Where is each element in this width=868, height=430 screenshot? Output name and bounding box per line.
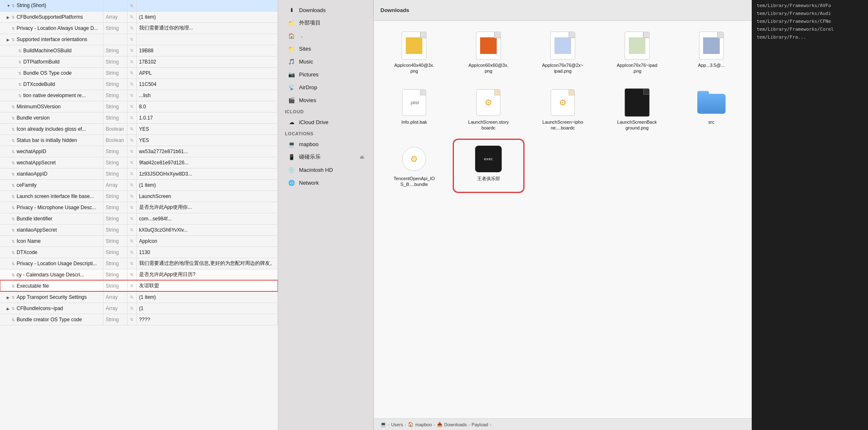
stepper[interactable]: ⇅ xyxy=(12,239,15,244)
plist-row[interactable]: ⇅cy - Calendars Usage Descri...String⇅是否… xyxy=(0,269,278,280)
plist-stepper-col[interactable]: ⇅ xyxy=(128,67,137,78)
file-item[interactable]: App...3.5@... xyxy=(677,27,745,78)
file-item[interactable]: ⚙LaunchScreen.storyboardc xyxy=(455,84,522,134)
stepper[interactable]: ⇅ xyxy=(12,116,15,120)
path-item[interactable]: tem/Library/Frameworks/Corel xyxy=(752,25,868,33)
plist-row[interactable]: ⇅Executable fileString⇅友谊联盟 xyxy=(0,280,278,291)
plist-stepper-col[interactable]: ⇅ xyxy=(128,202,137,213)
stepper[interactable]: ⇅ xyxy=(12,15,15,20)
file-item[interactable]: AppIcon60x60@3x.png xyxy=(455,27,522,78)
plist-row[interactable]: ⇅Privacy - Location Usage Descripti...St… xyxy=(0,258,278,269)
plist-stepper-col[interactable]: ⇅ xyxy=(128,258,137,269)
expand-arrow[interactable]: ▶ xyxy=(7,15,12,20)
plist-row[interactable]: ⇅wechatAppIDString⇅wx53a2772e871b61... xyxy=(0,146,278,157)
breadcrumb-users[interactable]: Users xyxy=(391,422,403,427)
stepper[interactable]: ⇅ xyxy=(12,4,15,8)
plist-stepper-col[interactable]: ⇅ xyxy=(128,146,137,157)
expand-arrow[interactable]: ▶ xyxy=(7,296,12,300)
plist-row[interactable]: ▶⇅App Transport Security SettingsArray⇅(… xyxy=(0,291,278,303)
stepper[interactable]: ⇅ xyxy=(12,273,15,277)
plist-stepper-col[interactable]: ⇅ xyxy=(128,134,137,146)
plist-row[interactable]: ⇅DTXcodeString⇅1130 xyxy=(0,247,278,258)
plist-row[interactable]: ▼⇅String (Short)⇅ xyxy=(0,0,278,11)
plist-row[interactable]: ⇅Icon NameString⇅AppIcon xyxy=(0,235,278,247)
file-item[interactable]: AppIcon76x76@2x~ipad.png xyxy=(529,27,597,78)
file-item[interactable]: LaunchScreenBackground.png xyxy=(603,84,671,134)
plist-stepper-col[interactable]: ⇅ xyxy=(128,78,137,90)
sidebar-item-music[interactable]: 🎵Music xyxy=(281,55,371,68)
plist-stepper-col[interactable]: ⇅ xyxy=(128,191,137,202)
file-item[interactable]: AppIcon76x76~ipad.png xyxy=(603,27,671,78)
plist-stepper-col[interactable]: ⇅ xyxy=(128,213,137,224)
plist-row[interactable]: ⇅Bundle identifierString⇅com...se984f... xyxy=(0,213,278,224)
breadcrumb-mapboo[interactable]: mapboo xyxy=(415,422,432,427)
sidebar-item-movies[interactable]: 🎬Movies xyxy=(281,94,371,106)
stepper[interactable]: ⇅ xyxy=(18,94,22,98)
plist-row[interactable]: ⇅ceFamilyArray⇅(1 item) xyxy=(0,179,278,191)
plist-stepper-col[interactable]: ⇅ xyxy=(128,291,137,303)
plist-stepper-col[interactable]: ⇅ xyxy=(128,314,137,325)
plist-row[interactable]: ⇅xianliaoAppSecretString⇅kX0uQ3czGh6YvXl… xyxy=(0,224,278,235)
path-item[interactable]: tem/Library/Frameworks/CFNe xyxy=(752,17,868,25)
stepper[interactable]: ⇅ xyxy=(12,206,15,210)
plist-stepper-col[interactable]: ⇅ xyxy=(128,303,137,314)
plist-row[interactable]: ⇅MinimumOSVersionString⇅8.0 xyxy=(0,101,278,112)
plist-stepper-col[interactable]: ⇅ xyxy=(128,168,137,179)
stepper[interactable]: ⇅ xyxy=(12,161,15,165)
breadcrumb-payload[interactable]: Payload xyxy=(472,422,488,427)
plist-row[interactable]: ▶⇅CFBundleSupportedPlatformsArray⇅(1 ite… xyxy=(0,11,278,22)
plist-stepper-col[interactable]: ⇅ xyxy=(128,22,137,34)
plist-row[interactable]: ⇅Bundle OS Type codeString⇅APPL xyxy=(0,67,278,78)
stepper[interactable]: ⇅ xyxy=(12,296,15,300)
plist-row[interactable]: ⇅wechatAppSecretString⇅9fad42ce81e97d126… xyxy=(0,157,278,168)
plist-stepper-col[interactable]: ⇅ xyxy=(128,34,137,45)
stepper[interactable]: ⇅ xyxy=(12,183,15,188)
plist-stepper-col[interactable]: ⇅ xyxy=(128,247,137,258)
plist-row[interactable]: ▶⇅Supported interface orientations⇅ xyxy=(0,34,278,45)
sidebar-item-device[interactable]: 📱碰碰乐乐⏏ xyxy=(281,151,371,163)
plist-stepper-col[interactable]: ⇅ xyxy=(128,123,137,134)
plist-stepper-col[interactable]: ⇅ xyxy=(128,269,137,280)
expand-arrow[interactable]: ▶ xyxy=(7,38,12,42)
plist-row[interactable]: ⇅xianliaoAppIDString⇅1z93JSOGHxXyw8D3... xyxy=(0,168,278,179)
plist-stepper-col[interactable]: ⇅ xyxy=(128,0,137,11)
plist-stepper-col[interactable]: ⇅ xyxy=(128,101,137,112)
sidebar-item-home[interactable]: 🏠． xyxy=(281,29,371,42)
stepper[interactable]: ⇅ xyxy=(18,71,22,76)
plist-row[interactable]: ⇅Bundle creator OS Type codeString⇅???? xyxy=(0,314,278,325)
plist-row[interactable]: ⇅Privacy - Location Always Usage D...Str… xyxy=(0,22,278,34)
sidebar-item-airdrop[interactable]: 📡AirDrop xyxy=(281,81,371,93)
plist-row[interactable]: ⇅tion native development re...String⇅...… xyxy=(0,90,278,101)
sidebar-item-network[interactable]: 🌐Network xyxy=(281,176,371,189)
plist-stepper-col[interactable]: ⇅ xyxy=(128,179,137,191)
stepper[interactable]: ⇅ xyxy=(12,27,15,31)
sidebar-item-pictures[interactable]: 📷Pictures xyxy=(281,68,371,81)
path-item[interactable]: tem/Library/Frameworks/Audi xyxy=(752,10,868,17)
plist-stepper-col[interactable]: ⇅ xyxy=(128,235,137,247)
stepper[interactable]: ⇅ xyxy=(18,83,22,87)
path-item[interactable]: tem/Library/Fra... xyxy=(752,33,868,41)
plist-stepper-col[interactable]: ⇅ xyxy=(128,280,137,291)
sidebar-item-mapboo[interactable]: 💻mapboo xyxy=(281,138,371,150)
stepper[interactable]: ⇅ xyxy=(12,307,15,311)
plist-row[interactable]: ⇅Icon already includes gloss ef...Boolea… xyxy=(0,123,278,134)
stepper[interactable]: ⇅ xyxy=(12,251,15,255)
plist-stepper-col[interactable]: ⇅ xyxy=(128,90,137,101)
sidebar-item-downloads[interactable]: ⬇Downloads xyxy=(281,4,371,16)
stepper[interactable]: ⇅ xyxy=(18,49,22,53)
sidebar-item-waibuxiangmu[interactable]: 📁外部项目 xyxy=(281,17,371,29)
plist-row[interactable]: ⇅Privacy - Microphone Usage Desc...Strin… xyxy=(0,202,278,213)
file-item[interactable]: src xyxy=(677,84,745,134)
stepper[interactable]: ⇅ xyxy=(12,105,15,109)
stepper[interactable]: ⇅ xyxy=(18,60,22,64)
file-item[interactable]: .plistInfo.plist.bak xyxy=(380,84,448,134)
plist-row[interactable]: ⇅Bundle versionString⇅1.0.17 xyxy=(0,112,278,123)
stepper[interactable]: ⇅ xyxy=(12,217,15,221)
plist-row[interactable]: ⇅DTXcodeBuildString⇅11C504 xyxy=(0,78,278,90)
file-item[interactable]: AppIcon40x40@3x.png xyxy=(380,27,448,78)
plist-stepper-col[interactable]: ⇅ xyxy=(128,224,137,235)
stepper[interactable]: ⇅ xyxy=(12,195,15,199)
file-item[interactable]: ⚙LaunchScreen~iphone....boardc xyxy=(529,84,597,134)
sidebar-item-icloud-drive[interactable]: ☁iCloud Drive xyxy=(281,116,371,128)
plist-stepper-col[interactable]: ⇅ xyxy=(128,56,137,67)
